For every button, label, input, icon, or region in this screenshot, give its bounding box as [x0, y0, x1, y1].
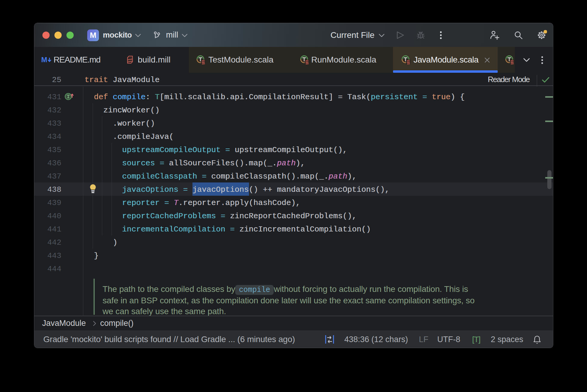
svg-text:M: M: [41, 56, 47, 64]
